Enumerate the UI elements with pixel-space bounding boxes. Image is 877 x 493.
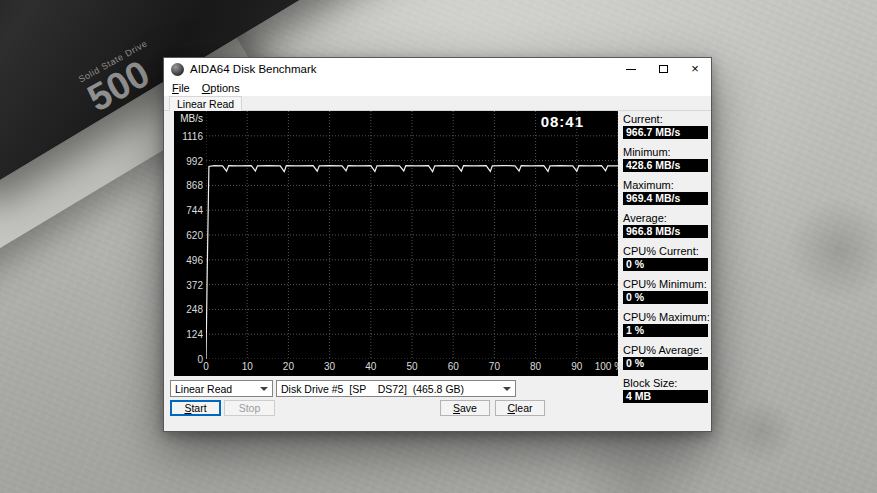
stat-cpu-maximum: CPU% Maximum: 1 %	[623, 311, 708, 337]
stat-minimum: Minimum: 428.6 MB/s	[623, 146, 708, 172]
stat-label: CPU% Maximum:	[623, 311, 708, 324]
stat-average: Average: 966.8 MB/s	[623, 212, 708, 238]
test-type-value: Linear Read	[175, 383, 232, 395]
start-button[interactable]: Start	[170, 400, 221, 416]
titlebar[interactable]: AIDA64 Disk Benchmark ×	[164, 58, 711, 80]
drive-combobox[interactable]: Disk Drive #5 [SP DS72] (465.8 GB)	[276, 380, 516, 397]
stat-value: 0 %	[623, 258, 708, 271]
benchmark-chart: MB/s 11169928687446204963722481240 08:41…	[174, 111, 618, 376]
start-label: Start	[171, 402, 220, 415]
y-tick-label: 868	[186, 180, 203, 191]
stat-cpu-average: CPU% Average: 0 %	[623, 344, 708, 370]
stat-label: Average:	[623, 212, 708, 225]
tab-strip: Linear Read	[164, 96, 711, 111]
y-tick-label: 124	[186, 329, 203, 340]
y-tick-label: 248	[186, 304, 203, 315]
x-tick-label: 30	[324, 361, 335, 372]
window-controls: ×	[615, 58, 711, 80]
x-tick-label: 20	[283, 361, 294, 372]
x-tick-label: 80	[530, 361, 541, 372]
stat-cpu-current: CPU% Current: 0 %	[623, 245, 708, 271]
chevron-down-icon	[503, 387, 511, 391]
save-label: Save	[441, 402, 489, 415]
y-tick-label: 992	[186, 155, 203, 166]
x-tick-label: 50	[406, 361, 417, 372]
x-tick-label: 40	[365, 361, 376, 372]
menu-options[interactable]: Options	[196, 82, 246, 94]
x-tick-label: 90	[571, 361, 582, 372]
stat-value: 966.7 MB/s	[623, 126, 708, 139]
stat-value: 969.4 MB/s	[623, 192, 708, 205]
clear-label: Clear	[496, 402, 544, 415]
stat-value: 1 %	[623, 324, 708, 337]
app-icon	[171, 63, 184, 76]
x-tick-label: 0	[203, 361, 209, 372]
y-axis: MB/s 11169928687446204963722481240	[174, 111, 206, 359]
stat-label: Minimum:	[623, 146, 708, 159]
y-tick-label: 620	[186, 230, 203, 241]
x-tick-label: 10	[242, 361, 253, 372]
drive-value: Disk Drive #5 [SP DS72] (465.8 GB)	[281, 383, 464, 395]
aida64-disk-benchmark-window: AIDA64 Disk Benchmark × File Options Lin…	[163, 57, 712, 432]
stat-value: 428.6 MB/s	[623, 159, 708, 172]
y-tick-label: 744	[186, 205, 203, 216]
y-tick-label: 0	[197, 354, 203, 365]
close-button[interactable]: ×	[679, 58, 711, 80]
maximize-button[interactable]	[647, 58, 679, 80]
stop-label: Stop	[225, 402, 274, 415]
x-tick-label: 70	[489, 361, 500, 372]
close-icon: ×	[691, 58, 699, 80]
tab-linear-read[interactable]: Linear Read	[169, 96, 242, 111]
clear-button[interactable]: Clear	[495, 400, 545, 416]
y-tick-label: 1116	[182, 130, 203, 141]
stat-label: CPU% Average:	[623, 344, 708, 357]
stat-label: CPU% Current:	[623, 245, 708, 258]
chevron-down-icon	[260, 387, 268, 391]
y-tick-label: 496	[186, 254, 203, 265]
stat-value: 966.8 MB/s	[623, 225, 708, 238]
stat-value: 0 %	[623, 357, 708, 370]
stat-label: CPU% Minimum:	[623, 278, 708, 291]
stat-value: 0 %	[623, 291, 708, 304]
stat-block-size: Block Size: 4 MB	[623, 377, 708, 403]
minimize-icon	[626, 69, 636, 70]
stop-button: Stop	[224, 400, 275, 416]
x-axis-labels: 0102030405060708090100 %	[206, 359, 618, 376]
stat-label: Block Size:	[623, 377, 708, 390]
stat-label: Maximum:	[623, 179, 708, 192]
stats-panel: Current: 966.7 MB/s Minimum: 428.6 MB/s …	[623, 113, 708, 410]
stat-maximum: Maximum: 969.4 MB/s	[623, 179, 708, 205]
x-tick-label: 100 %	[595, 361, 623, 372]
stat-label: Current:	[623, 113, 708, 126]
menubar: File Options	[164, 80, 711, 96]
test-type-combobox[interactable]: Linear Read	[170, 380, 273, 397]
save-button[interactable]: Save	[440, 400, 490, 416]
menu-file[interactable]: File	[166, 82, 196, 94]
maximize-icon	[659, 65, 668, 73]
stat-current: Current: 966.7 MB/s	[623, 113, 708, 139]
window-title: AIDA64 Disk Benchmark	[190, 63, 317, 75]
chart-plot: 08:41	[206, 111, 618, 359]
x-tick-label: 60	[448, 361, 459, 372]
stat-cpu-minimum: CPU% Minimum: 0 %	[623, 278, 708, 304]
y-axis-labels: 11169928687446204963722481240	[174, 111, 206, 359]
tab-label: Linear Read	[177, 97, 234, 111]
stat-value: 4 MB	[623, 390, 708, 403]
minimize-button[interactable]	[615, 58, 647, 80]
y-tick-label: 372	[186, 279, 203, 290]
